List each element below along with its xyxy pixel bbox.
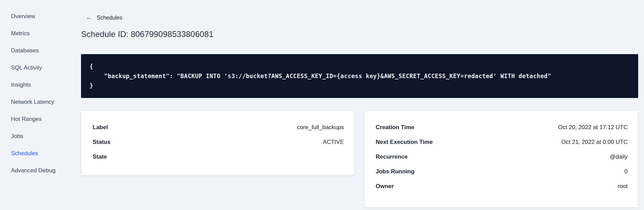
detail-row-value: @daily — [610, 153, 628, 160]
sidebar-nav: Overview Metrics Databases SQL Activity … — [0, 0, 77, 210]
detail-row: Owner root — [376, 179, 628, 194]
back-link-label: Schedules — [97, 15, 122, 21]
back-arrow-icon: ← — [86, 14, 92, 21]
sidebar-item-label: Hot Ranges — [11, 116, 42, 123]
detail-row-value: Oct 21, 2022 at 0:00 UTC — [561, 139, 628, 146]
sidebar-item-label: Advanced Debug — [11, 167, 55, 174]
sidebar-nav-item[interactable]: SQL Activity — [0, 59, 77, 76]
sidebar-nav-item[interactable]: Network Latency — [0, 94, 77, 111]
detail-row: Next Execution Time Oct 21, 2022 at 0:00… — [376, 135, 628, 149]
detail-cards-section: Label core_full_backups Status ACTIVE St… — [81, 111, 638, 208]
sidebar-item-label: Network Latency — [11, 99, 54, 106]
detail-row-label: Jobs Running — [376, 168, 414, 175]
detail-row: Label core_full_backups — [93, 120, 344, 135]
sidebar-nav-item[interactable]: Hot Ranges — [0, 111, 77, 128]
code-line: { — [90, 62, 630, 71]
detail-row-label: Creation Time — [376, 124, 414, 131]
sidebar-item-label: Schedules — [11, 150, 38, 157]
sidebar-item-label: Insights — [11, 82, 31, 88]
detail-row-label: Next Execution Time — [376, 139, 433, 146]
sidebar-nav-item[interactable]: Advanced Debug — [0, 162, 77, 179]
code-line: "backup_statement": "BACKUP INTO 's3://b… — [90, 71, 630, 81]
detail-row-label: Status — [93, 139, 110, 146]
sidebar-nav-item[interactable]: Schedules — [0, 145, 77, 162]
detail-row: Status ACTIVE — [93, 135, 344, 149]
detail-row-value: Oct 20, 2022 at 17:12 UTC — [558, 124, 628, 131]
sidebar-nav-item[interactable]: Jobs — [0, 128, 77, 145]
detail-row-label: Owner — [376, 183, 394, 190]
sidebar-nav-list: Overview Metrics Databases SQL Activity … — [0, 8, 77, 179]
sidebar-nav-item[interactable]: Databases — [0, 42, 77, 59]
sidebar-nav-item[interactable]: Overview — [0, 8, 77, 25]
sidebar-nav-item[interactable]: Metrics — [0, 25, 77, 42]
detail-row: State — [93, 149, 344, 164]
detail-row-label: Recurrence — [376, 153, 408, 160]
detail-row: Jobs Running 0 — [376, 164, 628, 179]
detail-row-value: core_full_backups — [297, 124, 344, 131]
main-content: ← Schedules Schedule ID: 806799098533806… — [81, 0, 638, 208]
detail-row-label: State — [93, 153, 107, 160]
sidebar-item-label: Metrics — [11, 30, 30, 37]
detail-row: Creation Time Oct 20, 2022 at 17:12 UTC — [376, 120, 628, 135]
schedule-timing-card: Creation Time Oct 20, 2022 at 17:12 UTC … — [364, 111, 638, 208]
detail-row-value: root — [618, 183, 628, 190]
sidebar-nav-item[interactable]: Insights — [0, 76, 77, 94]
back-to-schedules-link[interactable]: ← Schedules — [86, 14, 122, 21]
detail-row-label: Label — [93, 124, 108, 131]
page-title: Schedule ID: 806799098533806081 — [81, 29, 638, 39]
schedule-label-card: Label core_full_backups Status ACTIVE St… — [81, 111, 354, 175]
backup-statement-code-block: { "backup_statement": "BACKUP INTO 's3:/… — [81, 54, 638, 98]
sidebar-item-label: Jobs — [11, 133, 23, 140]
sidebar-item-label: Overview — [11, 13, 35, 20]
code-line: } — [90, 81, 630, 90]
sidebar-item-label: SQL Activity — [11, 64, 42, 71]
detail-row: Recurrence @daily — [376, 149, 628, 164]
sidebar-item-label: Databases — [11, 47, 39, 54]
detail-row-value: 0 — [625, 168, 628, 175]
detail-row-value: ACTIVE — [323, 139, 344, 146]
